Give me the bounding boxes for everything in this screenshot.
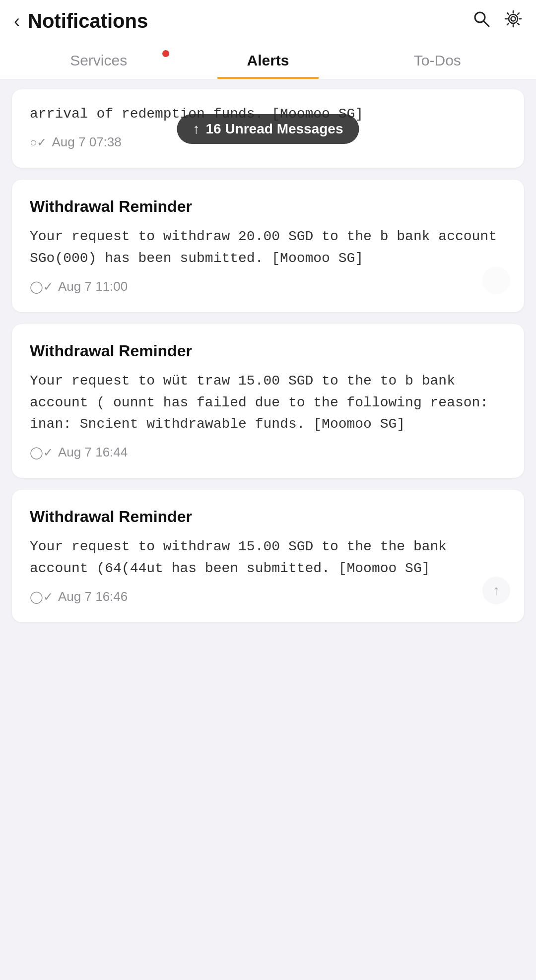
header-icons <box>472 10 522 32</box>
card2-title: Withdrawal Reminder <box>30 342 506 360</box>
notifications-content: arrival of redemption funds. [Moomoo SG]… <box>0 79 536 632</box>
card1-time: ◯✓ Aug 7 11:00 <box>30 279 506 294</box>
card1-body: Your request to withdraw 20.00 SGD to th… <box>30 226 506 269</box>
settings-icon[interactable] <box>504 10 522 32</box>
card3-title: Withdrawal Reminder <box>30 508 506 526</box>
card3-body: Your request to withdraw 15.00 SGD to th… <box>30 536 506 579</box>
partial-notification-card: arrival of redemption funds. [Moomoo SG]… <box>12 89 524 168</box>
tabs-bar: Services Alerts To-Dos <box>0 40 536 79</box>
unread-messages-badge[interactable]: ↑ 16 Unread Messages <box>177 114 359 144</box>
check-icon: ○✓ <box>30 135 47 149</box>
check-icon: ◯✓ <box>30 280 53 294</box>
tab-todos[interactable]: To-Dos <box>353 40 522 79</box>
svg-point-2 <box>511 17 516 21</box>
svg-line-1 <box>484 21 489 26</box>
notification-card-2: Withdrawal Reminder Your request to wüt … <box>12 324 524 478</box>
scroll-up-icon-2: ↑ <box>482 577 510 604</box>
check-icon: ◯✓ <box>30 590 53 604</box>
back-button[interactable]: ‹ <box>14 12 20 30</box>
search-icon[interactable] <box>472 10 490 32</box>
header: ‹ Notifications <box>0 0 536 40</box>
check-icon: ◯✓ <box>30 446 53 459</box>
svg-point-3 <box>509 14 518 23</box>
notification-card-3: Withdrawal Reminder Your request to with… <box>12 490 524 622</box>
card3-time: ◯✓ Aug 7 16:46 <box>30 589 506 604</box>
page-title: Notifications <box>28 10 472 32</box>
unread-arrow-icon: ↑ <box>193 121 200 137</box>
unread-badge-text: 16 Unread Messages <box>205 121 343 137</box>
card1-title: Withdrawal Reminder <box>30 197 506 216</box>
notification-card-1: Withdrawal Reminder Your request to with… <box>12 180 524 312</box>
card2-time: ◯✓ Aug 7 16:44 <box>30 445 506 460</box>
scroll-up-icon <box>482 266 510 294</box>
tab-services[interactable]: Services <box>14 40 183 79</box>
services-dot <box>162 50 169 57</box>
tab-alerts[interactable]: Alerts <box>183 40 352 79</box>
card2-body: Your request to wüt traw 15.00 SGD to th… <box>30 370 506 435</box>
